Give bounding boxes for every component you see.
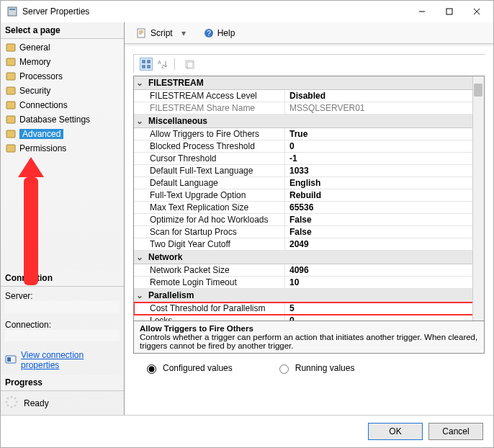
dialog-footer: OK Cancel bbox=[1, 415, 493, 447]
category-network[interactable]: ⌄Network bbox=[134, 251, 484, 264]
connection-info: Server: Connection: View connection prop… bbox=[1, 287, 124, 375]
category-label: Parallelism bbox=[148, 290, 194, 300]
svg-rect-8 bbox=[6, 73, 15, 80]
category-filestream[interactable]: ⌄FILESTREAM bbox=[134, 76, 484, 90]
property-value[interactable]: Rebuild bbox=[285, 189, 484, 201]
property-value[interactable]: 4096 bbox=[285, 264, 484, 276]
help-button[interactable]: ? Help bbox=[199, 25, 240, 41]
property-row[interactable]: Optimize for Ad hoc WorkloadsFalse bbox=[134, 214, 484, 226]
property-value[interactable]: 5 bbox=[285, 303, 484, 314]
server-value bbox=[5, 301, 120, 313]
annotation-arrow bbox=[21, 157, 44, 285]
property-value[interactable]: 0 bbox=[285, 140, 484, 152]
category-label: Miscellaneous bbox=[148, 116, 207, 126]
view-connection-properties-link[interactable]: View connection properties bbox=[21, 350, 120, 370]
property-value[interactable]: True bbox=[285, 128, 484, 140]
titlebar[interactable]: Server Properties bbox=[1, 1, 493, 22]
sidebar-item-advanced[interactable]: Advanced bbox=[1, 127, 124, 141]
ok-button[interactable]: OK bbox=[368, 423, 423, 440]
connection-icon bbox=[5, 354, 17, 367]
categorized-view-icon[interactable] bbox=[140, 58, 153, 71]
script-button[interactable]: Script bbox=[132, 25, 177, 41]
page-list: GeneralMemoryProcessorsSecurityConnectio… bbox=[1, 39, 124, 157]
script-label: Script bbox=[151, 28, 173, 38]
category-label: Network bbox=[148, 252, 182, 262]
property-name: FILESTREAM Access Level bbox=[134, 90, 285, 102]
cancel-button[interactable]: Cancel bbox=[428, 423, 483, 440]
svg-point-16 bbox=[11, 396, 13, 398]
alphabetical-view-icon[interactable]: AZ bbox=[156, 58, 169, 71]
property-value[interactable]: 2049 bbox=[285, 238, 484, 250]
page-icon bbox=[5, 85, 17, 97]
property-value[interactable]: 65536 bbox=[285, 202, 484, 213]
property-row[interactable]: Network Packet Size4096 bbox=[134, 264, 484, 277]
page-icon bbox=[5, 114, 17, 125]
property-name: Cursor Threshold bbox=[134, 153, 285, 164]
property-row[interactable]: FILESTREAM Access LevelDisabled bbox=[134, 90, 484, 102]
property-row[interactable]: Blocked Process Threshold0 bbox=[134, 140, 484, 153]
category-parallelism[interactable]: ⌄Parallelism bbox=[134, 289, 484, 303]
maximize-button[interactable] bbox=[439, 4, 460, 19]
property-row[interactable]: FILESTREAM Share NameMSSQLSERVER01 bbox=[134, 102, 484, 115]
sidebar-item-connections[interactable]: Connections bbox=[1, 98, 124, 112]
page-icon bbox=[5, 71, 17, 82]
sidebar-item-label: Permissions bbox=[19, 143, 66, 153]
sidebar-item-database-settings[interactable]: Database Settings bbox=[1, 112, 124, 127]
property-row[interactable]: Cursor Threshold-1 bbox=[134, 153, 484, 165]
script-dropdown-icon[interactable]: ▾ bbox=[181, 28, 186, 38]
sidebar-item-label: Advanced bbox=[19, 129, 63, 139]
property-value[interactable]: 10 bbox=[285, 277, 484, 288]
sidebar-item-label: Connections bbox=[19, 100, 68, 110]
sidebar-item-label: Database Settings bbox=[19, 115, 90, 125]
sidebar-item-label: Security bbox=[19, 86, 50, 96]
property-value[interactable]: Disabled bbox=[285, 90, 484, 102]
property-row[interactable]: Max Text Replication Size65536 bbox=[134, 202, 484, 214]
property-value[interactable]: False bbox=[285, 214, 484, 225]
property-value[interactable]: English bbox=[285, 177, 484, 189]
property-row[interactable]: Default LanguageEnglish bbox=[134, 177, 484, 189]
running-values-radio[interactable]: Running values bbox=[276, 362, 355, 374]
configured-values-radio[interactable]: Configured values bbox=[143, 362, 233, 374]
property-value[interactable]: 0 bbox=[285, 315, 484, 321]
property-grid[interactable]: ⌄FILESTREAMFILESTREAM Access LevelDisabl… bbox=[133, 76, 485, 321]
sidebar-item-memory[interactable]: Memory bbox=[1, 55, 124, 69]
property-row[interactable]: Allow Triggers to Fire OthersTrue bbox=[134, 128, 484, 140]
sidebar-item-general[interactable]: General bbox=[1, 40, 124, 55]
property-value[interactable]: 1033 bbox=[285, 165, 484, 176]
property-value[interactable]: False bbox=[285, 226, 484, 238]
property-row[interactable]: Default Full-Text Language1033 bbox=[134, 165, 484, 177]
chevron-down-icon: ⌄ bbox=[135, 252, 144, 262]
svg-rect-9 bbox=[6, 87, 15, 94]
running-values-label: Running values bbox=[295, 363, 355, 373]
property-name: Allow Triggers to Fire Others bbox=[134, 128, 285, 140]
page-icon bbox=[5, 99, 17, 111]
progress-status: Ready bbox=[24, 398, 49, 408]
configured-values-label: Configured values bbox=[163, 363, 233, 373]
property-name: Two Digit Year Cutoff bbox=[134, 238, 285, 250]
minimize-button[interactable] bbox=[411, 4, 433, 19]
property-name: Network Packet Size bbox=[134, 264, 285, 276]
property-row[interactable]: Scan for Startup ProcsFalse bbox=[134, 226, 484, 238]
progress-spinner-icon bbox=[5, 395, 18, 411]
svg-rect-27 bbox=[142, 60, 145, 63]
scrollbar[interactable] bbox=[472, 76, 484, 321]
property-name: FILESTREAM Share Name bbox=[134, 102, 285, 114]
close-button[interactable] bbox=[466, 4, 488, 19]
category-label: FILESTREAM bbox=[148, 78, 204, 88]
progress-header: Progress bbox=[1, 375, 124, 391]
sidebar-item-permissions[interactable]: Permissions bbox=[1, 141, 124, 156]
category-miscellaneous[interactable]: ⌄Miscellaneous bbox=[134, 115, 484, 128]
property-value[interactable]: MSSQLSERVER01 bbox=[285, 102, 484, 114]
property-row[interactable]: Two Digit Year Cutoff2049 bbox=[134, 238, 484, 251]
property-row[interactable]: Cost Threshold for Parallelism5 bbox=[134, 303, 484, 315]
sidebar-item-processors[interactable]: Processors bbox=[1, 69, 124, 84]
property-row[interactable]: Full-Text Upgrade OptionRebuild bbox=[134, 189, 484, 202]
property-value[interactable]: -1 bbox=[285, 153, 484, 164]
sidebar-item-security[interactable]: Security bbox=[1, 84, 124, 98]
property-row[interactable]: Locks0 bbox=[134, 315, 484, 321]
properties-pages-icon[interactable] bbox=[183, 58, 196, 71]
property-name: Scan for Startup Procs bbox=[134, 226, 285, 238]
app-icon bbox=[6, 6, 18, 17]
svg-rect-11 bbox=[6, 116, 15, 123]
property-row[interactable]: Remote Login Timeout10 bbox=[134, 277, 484, 289]
